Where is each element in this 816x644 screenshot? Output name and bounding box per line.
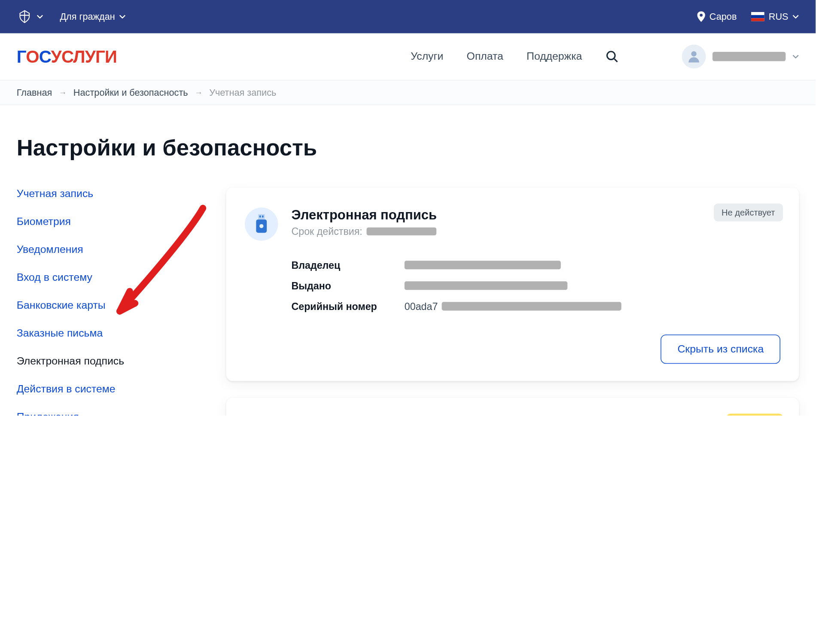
nav-payment[interactable]: Оплата [467, 51, 503, 63]
crumb-settings[interactable]: Настройки и безопасность [73, 87, 188, 98]
status-badge: Не действует [713, 204, 783, 222]
language-label: RUS [769, 11, 789, 22]
sidebar-item-account[interactable]: Учетная запись [17, 188, 213, 200]
svg-point-4 [691, 51, 696, 56]
validity-label: Срок действия: [291, 225, 362, 237]
arrow-right-icon: → [195, 88, 203, 97]
nav-support[interactable]: Поддержка [527, 51, 582, 63]
audience-label: Для граждан [60, 11, 115, 22]
status-badge: Действует [726, 413, 783, 416]
sidebar-item-esignature[interactable]: Электронная подпись [17, 355, 213, 367]
serial-prefix: 00ada7 [405, 301, 438, 312]
svg-rect-2 [751, 18, 764, 21]
flag-icon [751, 12, 764, 21]
sidebar-item-bank-cards[interactable]: Банковские карты [17, 299, 213, 311]
issued-redacted [405, 281, 568, 290]
svg-rect-7 [262, 216, 263, 218]
breadcrumb: Главная → Настройки и безопасность → Уче… [0, 80, 816, 105]
issued-label: Выдано [291, 280, 404, 291]
sidebar-item-activity[interactable]: Действия в системе [17, 383, 213, 395]
sidebar-item-registered-letters[interactable]: Заказные письма [17, 327, 213, 339]
svg-rect-5 [258, 214, 265, 219]
owner-label: Владелец [291, 259, 404, 270]
page-title: Настройки и безопасность [17, 135, 799, 161]
usb-token-icon [245, 207, 278, 240]
search-icon [606, 50, 619, 63]
signature-card: Не действует Электронная подпись Срок де… [226, 188, 799, 381]
chevron-down-icon [792, 15, 799, 18]
signature-card: Действует Электронная подпись Срок дейст… [226, 398, 799, 416]
arrow-right-icon: → [59, 88, 67, 97]
site-logo[interactable]: госуслуги [17, 46, 117, 67]
chevron-down-icon [119, 15, 125, 18]
user-menu[interactable] [682, 45, 799, 69]
validity-redacted [366, 227, 436, 235]
audience-selector[interactable]: Для граждан [60, 11, 125, 22]
location-pin-icon [697, 11, 706, 22]
language-selector[interactable]: RUS [751, 11, 799, 22]
card-title: Электронная подпись [291, 207, 437, 223]
crumb-current: Учетная запись [209, 87, 276, 98]
sidebar-item-notifications[interactable]: Уведомления [17, 243, 213, 255]
owner-redacted [405, 261, 561, 269]
sidebar-item-apps[interactable]: Приложения [17, 411, 213, 416]
svg-rect-6 [259, 216, 261, 218]
svg-point-3 [607, 52, 615, 60]
serial-redacted [442, 302, 621, 310]
location-selector[interactable]: Саров [697, 11, 737, 22]
svg-rect-1 [751, 15, 764, 18]
gov-emblem-icon [17, 9, 33, 24]
hide-from-list-button[interactable]: Скрыть из списка [661, 334, 780, 364]
nav-services[interactable]: Услуги [411, 51, 443, 63]
serial-label: Серийный номер [291, 301, 404, 312]
gov-emblem-dropdown[interactable] [17, 9, 43, 24]
crumb-home[interactable]: Главная [17, 87, 52, 98]
settings-sidebar: Учетная запись Биометрия Уведомления Вхо… [17, 188, 213, 416]
chevron-down-icon [37, 15, 43, 18]
sidebar-item-login[interactable]: Вход в систему [17, 271, 213, 283]
sidebar-item-biometrics[interactable]: Биометрия [17, 216, 213, 228]
location-label: Саров [709, 11, 737, 22]
search-button[interactable] [606, 50, 619, 63]
avatar [682, 45, 706, 69]
username-redacted [712, 52, 786, 61]
chevron-down-icon [792, 55, 799, 58]
svg-point-9 [259, 224, 263, 228]
